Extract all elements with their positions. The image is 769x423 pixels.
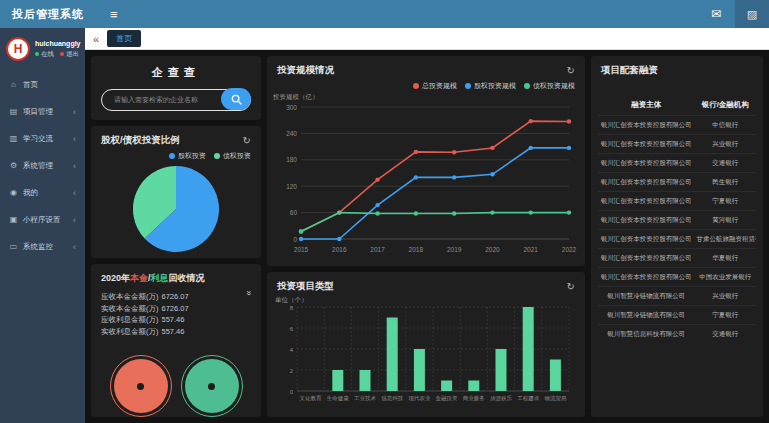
cell-bank: 宁夏银行 <box>694 306 756 325</box>
svg-text:300: 300 <box>286 104 297 111</box>
svg-text:240: 240 <box>286 130 297 137</box>
svg-text:生命健康: 生命健康 <box>327 395 350 402</box>
cell-bank: 交通银行 <box>694 325 756 344</box>
table-row: 银川汇创资本投资控股有限公司华夏银行 <box>598 249 756 268</box>
legend-item[interactable]: 总投资规模 <box>413 81 457 91</box>
panel-project-type: 投资项目类型 ↻ 02468文化教育生命健康工业技术信息科技现代农业金融投资商业… <box>267 272 585 417</box>
cell-bank: 宁夏银行 <box>694 192 756 211</box>
home-icon: ⌂ <box>9 80 18 89</box>
pie-legend: 股权投资债权投资 <box>91 149 261 161</box>
sidebar-item-system-mgmt[interactable]: ⚙系统管理‹ <box>0 152 85 179</box>
line-chart: 0601201802403002015201620172018201920202… <box>267 91 585 263</box>
app-title: 投后管理系统 <box>0 7 100 22</box>
svg-text:2021: 2021 <box>523 246 538 253</box>
sidebar-item-label: 系统管理 <box>23 161 53 171</box>
svg-text:单位（个）: 单位（个） <box>275 296 308 304</box>
tab-home[interactable]: 首页 <box>107 30 141 47</box>
hamburger-icon[interactable]: ≡ <box>110 7 118 22</box>
svg-text:2016: 2016 <box>332 246 347 253</box>
sidebar-item-miniapp-settings[interactable]: ▣小程序设置‹ <box>0 206 85 233</box>
svg-text:物流贸易: 物流贸易 <box>544 395 567 402</box>
sidebar-item-home[interactable]: ⌂首页 <box>0 71 85 98</box>
search-icon <box>231 94 242 105</box>
sidebar-item-system-monitor[interactable]: ▭系统监控‹ <box>0 233 85 260</box>
top-navbar: 投后管理系统 ≡ ✉ ▨ <box>0 0 769 28</box>
panel-title: 投资规模情况 <box>277 64 334 77</box>
sidebar-item-study-exchange[interactable]: ▥学习交流‹ <box>0 125 85 152</box>
sidebar-item-label: 项目管理 <box>23 107 53 117</box>
cell-company: 银川智慧冷链物流有限公司 <box>598 287 694 306</box>
chevron-left-icon: ‹ <box>73 215 76 225</box>
chevron-left-icon: ‹ <box>73 161 76 171</box>
search-button[interactable] <box>221 88 251 110</box>
collapse-sidebar-icon[interactable]: « <box>93 33 99 45</box>
study-exchange-icon: ▥ <box>9 134 18 143</box>
legend-dot-icon <box>413 83 419 89</box>
stat-line: 应收利息金额(万)557.46 <box>101 314 251 326</box>
legend-item[interactable]: 债权投资规模 <box>524 81 575 91</box>
logout-link[interactable]: 退出 <box>66 50 79 59</box>
recovery-title-year: 2020年 <box>101 273 130 283</box>
cell-company: 银川汇创资本投资控股有限公司 <box>598 173 694 192</box>
legend-item[interactable]: 股权投资 <box>169 151 206 161</box>
legend-dot-icon <box>465 83 471 89</box>
svg-text:工业技术: 工业技术 <box>354 395 377 401</box>
mine-icon: ◉ <box>9 188 18 197</box>
stat-line: 应收本金金额(万)6726.07 <box>101 291 251 303</box>
cell-company: 银川汇创资本投资控股有限公司 <box>598 211 694 230</box>
recovery-title: 2020年本金/利息回收情况 <box>101 272 251 285</box>
svg-text:2019: 2019 <box>447 246 462 253</box>
sidebar-menu: ⌂首页▤项目管理‹▥学习交流‹⚙系统管理‹◉我的‹▣小程序设置‹▭系统监控‹ <box>0 71 85 260</box>
sidebar-item-label: 小程序设置 <box>23 215 61 225</box>
dashboard: 企查查 股权/债权投资比例 ↻ <box>85 50 769 423</box>
cell-company: 银川汇创资本投资控股有限公司 <box>598 154 694 173</box>
user-card: H huichuanggly 在线 退出 <box>0 28 85 67</box>
table-row: 银川汇创资本投资控股有限公司民生银行 <box>598 173 756 192</box>
stat-value: 557.46 <box>162 327 185 336</box>
status-online: 在线 <box>41 50 54 59</box>
table-row: 银川汇创资本投资控股有限公司黄河银行 <box>598 211 756 230</box>
svg-text:0: 0 <box>293 236 297 243</box>
svg-text:文化教育: 文化教育 <box>300 395 323 402</box>
stat-label: 实收利息金额(万) <box>101 327 159 336</box>
legend-label: 总投资规模 <box>422 81 457 91</box>
sidebar-item-mine[interactable]: ◉我的‹ <box>0 179 85 206</box>
table-row: 银川汇创资本投资控股有限公司交通银行 <box>598 154 756 173</box>
avatar[interactable]: ▨ <box>735 0 769 28</box>
stat-line: 实收本金金额(万)6726.07 <box>101 303 251 315</box>
legend-item[interactable]: 债权投资 <box>214 151 251 161</box>
mail-icon[interactable]: ✉ <box>711 7 721 21</box>
cell-company: 银川汇创资本投资控股有限公司 <box>598 135 694 154</box>
svg-text:工程建设: 工程建设 <box>517 395 540 402</box>
panel-financing: 项目配套融资 融资主体 银行/金融机构 银川汇创资本投资控股有限公司中信银行银川… <box>591 56 763 417</box>
panel-investment-scale: 投资规模情况 ↻ 总投资规模股权投资规模债权投资规模 0601201802403… <box>267 56 585 266</box>
refresh-icon[interactable]: ↻ <box>567 65 575 76</box>
table-row: 银川汇创资本投资控股有限公司甘肃公航旅融资租赁有限公司 <box>598 230 756 249</box>
pie-chart <box>91 164 261 254</box>
interest-gauge <box>181 355 243 417</box>
legend-item[interactable]: 股权投资规模 <box>465 81 516 91</box>
financing-table: 融资主体 银行/金融机构 银川汇创资本投资控股有限公司中信银行银川汇创资本投资控… <box>598 95 756 344</box>
svg-text:4: 4 <box>290 347 294 353</box>
cell-bank: 甘肃公航旅融资租赁有限公司 <box>694 230 756 249</box>
chevron-left-icon: ‹ <box>73 134 76 144</box>
svg-text:2018: 2018 <box>409 246 424 253</box>
stat-label: 实收本金金额(万) <box>101 304 159 313</box>
sidebar-item-project-mgmt[interactable]: ▤项目管理‹ <box>0 98 85 125</box>
cell-bank: 民生银行 <box>694 173 756 192</box>
svg-text:2015: 2015 <box>294 246 309 253</box>
expand-icon[interactable]: » <box>243 290 253 295</box>
cell-bank: 中信银行 <box>694 116 756 135</box>
stat-value: 6726.07 <box>162 304 189 313</box>
bar-chart: 02468文化教育生命健康工业技术信息科技现代农业金融投资商业服务旅游娱乐工程建… <box>267 295 585 417</box>
refresh-icon[interactable]: ↻ <box>243 135 251 146</box>
legend-dot-icon <box>524 83 530 89</box>
refresh-icon[interactable]: ↻ <box>567 281 575 292</box>
legend-label: 债权投资规模 <box>533 81 575 91</box>
username: huichuanggly <box>35 40 81 47</box>
table-row: 银川智慧信息科技有限公司交通银行 <box>598 325 756 344</box>
cell-bank: 兴业银行 <box>694 287 756 306</box>
svg-text:60: 60 <box>290 209 298 216</box>
miniapp-settings-icon: ▣ <box>9 215 18 224</box>
svg-text:180: 180 <box>286 156 297 163</box>
